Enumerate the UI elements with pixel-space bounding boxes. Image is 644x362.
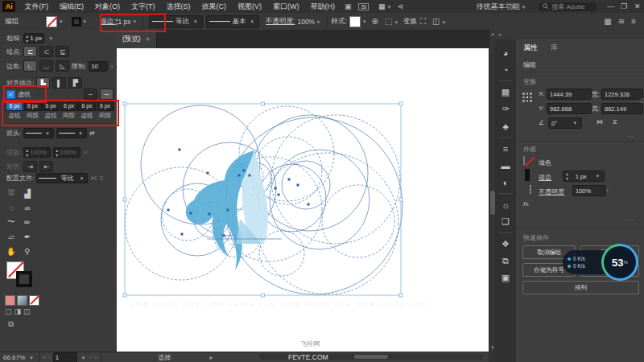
brushes-panel-icon[interactable]: ✑ [495,101,516,117]
align-dash-button[interactable]: ┄ [100,88,114,100]
collapse-left-icon[interactable]: « [498,32,502,38]
width-tool-icon[interactable]: 〜 [3,215,19,229]
opacity-dropdown-icon[interactable]: ▸ [317,19,320,25]
opacity-value[interactable]: 100% [297,18,315,26]
menu-item[interactable]: 效果(C) [196,0,232,13]
appearance-stroke-weight[interactable]: ▴▾1 px▾ [563,171,605,182]
profile-dropdown[interactable]: 等比▾ [36,173,88,183]
dash-field[interactable]: 6 px 间隙 [61,101,77,120]
fill-swatch[interactable] [46,16,57,27]
swap-arrowheads-icon[interactable]: ⇄ [89,130,95,137]
canvas[interactable]: 飞特网 FEVTE.COM 飞特网 FEVTE.COM 飞特网 FEVTE.CO… [117,48,489,352]
tab-library[interactable]: 库 [551,43,558,53]
none-chip[interactable] [29,295,39,306]
dash-field[interactable]: 6 px 虚线 [43,101,59,120]
appearance-stroke-swatch[interactable] [525,169,530,181]
style-swatch[interactable] [349,16,361,27]
tab-properties[interactable]: 属性 [523,43,538,53]
round-join-button[interactable]: ◡ [39,60,53,72]
butt-cap-button[interactable]: ⊏ [23,46,37,57]
menu-item[interactable]: 窗口(W) [267,0,305,13]
stroke-indicator[interactable] [16,271,32,287]
stroke-weight-input[interactable]: ▴▾1 px [23,33,44,43]
transform-link[interactable]: 变换 [403,17,417,27]
last-artboard-icon[interactable]: » [94,354,97,361]
dashed-line-checkbox[interactable]: ✓ [6,90,15,99]
align-outside-button[interactable]: ▛ [68,77,82,88]
flip-across-icon[interactable]: ⧖ [99,175,104,183]
constrain-proportions-icon[interactable]: ∅ [639,97,644,105]
arrow-align-end-button[interactable]: ⇤ [39,161,53,172]
tab-close-icon[interactable]: ✕ [146,36,151,43]
dash-field[interactable]: 6 px 间隙 [25,101,41,120]
reference-point-selector[interactable] [522,93,533,103]
flip-horizontal-icon[interactable]: ⋈ [597,118,603,125]
symbol-sprayer-tool-icon[interactable]: ⛆ [3,186,19,200]
panel-grid-icon[interactable]: ▣ [341,0,356,13]
control-menu-icon[interactable]: ≡ [628,17,639,26]
draw-behind-mode-icon[interactable]: ◨ [14,307,22,315]
preserve-dash-button[interactable]: ╌ [84,88,97,100]
layers-panel-icon[interactable]: ❖ [495,236,516,253]
miter-join-button[interactable]: ∟ [23,60,37,72]
screen-mode-icon[interactable]: ⧉ [8,319,14,329]
restore-button[interactable]: ❐ [617,0,630,13]
stroke-swatch[interactable] [72,17,81,27]
menu-item[interactable]: 帮助(H) [304,0,341,13]
color-panel-icon[interactable]: ◕ [495,44,516,61]
perspective-grid-tool-icon[interactable]: ∞ [19,200,35,215]
transparency-panel-icon[interactable]: ◐ [495,174,516,191]
hand-tool-icon[interactable]: ✋ [3,244,19,258]
x-input[interactable]: 1444.39 [547,88,592,100]
appearance-panel-icon[interactable]: ☼ [495,196,516,213]
first-artboard-icon[interactable]: « [43,354,46,361]
menu-item[interactable]: 文件(F) [19,0,54,13]
share-screen-icon[interactable]: ⊲ [393,0,407,13]
rotation-dropdown[interactable]: 0°▾ [548,117,582,129]
artboards-panel-icon[interactable]: ⧉ [495,253,516,269]
pathfinder-panel-icon[interactable]: ▣ [495,269,516,286]
appearance-stroke-link[interactable]: 描边 [539,173,551,182]
artboard-dropdown-icon[interactable]: ▾ [82,355,85,361]
width-input[interactable]: 1229.326 [601,88,643,100]
y-input[interactable]: 982.668 [547,103,592,114]
isolate-selected-icon[interactable]: ⛶ [417,17,429,27]
dash-field[interactable]: 6 px 虚线 [79,101,95,120]
bevel-join-button[interactable]: ◺ [56,60,69,72]
arrowhead-start-dropdown[interactable]: ▾ [23,128,54,138]
search-input[interactable]: 搜索 Adobe [539,2,596,11]
menu-item[interactable]: 选择(S) [160,0,196,13]
document-setup-icon[interactable]: ⊕ [369,17,382,26]
arrow-align-tip-button[interactable]: ⇥ [23,161,37,172]
stock-icon[interactable]: St [358,3,369,10]
graphic-styles-panel-icon[interactable]: ❏ [495,213,516,230]
height-input[interactable]: 862.149 [601,103,643,114]
appearance-opacity-link[interactable]: 不透明度 [539,187,564,196]
swatches-panel-icon[interactable]: ▦ [495,84,516,101]
draw-inside-mode-icon[interactable]: ◫ [23,307,31,315]
workspace-switcher[interactable]: 传统基本功能▾ [477,2,528,12]
artboard-number-input[interactable]: 1 [53,352,77,362]
menu-item[interactable]: 文字(T) [126,0,161,13]
appearance-fill-swatch[interactable] [523,156,525,165]
flip-along-icon[interactable]: ⋈ [90,175,97,182]
draw-normal-mode-icon[interactable]: ▢ [5,307,12,315]
stroke-panel-icon[interactable]: ≡ [495,140,516,157]
appearance-opacity-value[interactable]: 100% [572,185,606,196]
flip-vertical-icon[interactable]: ⧖ [613,118,617,126]
arrow-scale-end-input[interactable]: ▴▾100% [53,147,80,158]
menu-item[interactable]: 视图(V) [232,0,267,13]
gradient-chip[interactable] [17,295,27,306]
shape-builder-tool-icon[interactable]: ◌ [3,200,19,215]
color-chip[interactable] [5,295,15,306]
opacity-expand-icon[interactable]: › [606,187,609,194]
dash-field[interactable]: 6 px 间隙 [97,101,114,120]
status-expand-icon[interactable]: ▸ [209,354,213,361]
transform-more-options[interactable]: ... [627,131,635,138]
next-artboard-icon[interactable]: › [89,354,92,361]
weight-dropdown-icon[interactable]: ▾ [49,35,52,42]
artboard-tool-icon[interactable]: ▱ [3,229,19,244]
graph-tool-icon[interactable]: ▟ [19,186,35,200]
projecting-cap-button[interactable]: ⊑ [56,46,69,57]
pencil-tool-icon[interactable]: ✏ [19,215,35,229]
